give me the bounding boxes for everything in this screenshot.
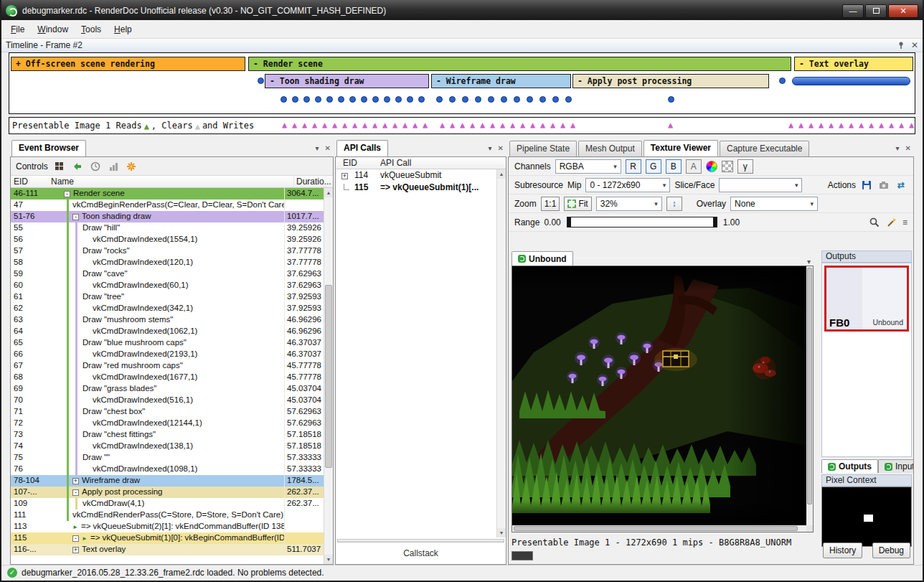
save-icon[interactable] — [860, 179, 873, 192]
draw-event-dot[interactable] — [668, 96, 674, 103]
event-row[interactable]: 61Draw "tree"37.92593 — [11, 291, 324, 303]
draw-event-dot[interactable] — [539, 96, 546, 103]
tab-mesh-output[interactable]: Mesh Output — [578, 141, 642, 156]
dock-dropdown-icon[interactable]: ▾ — [896, 144, 900, 152]
range-handle-black[interactable] — [567, 217, 571, 227]
gamma-button[interactable]: γ — [737, 159, 753, 174]
column-duration[interactable]: Duratio... — [293, 176, 333, 187]
channels-dropdown[interactable]: RGBA▾ — [555, 159, 621, 174]
collapse-icon[interactable]: - — [72, 214, 79, 220]
menu-tools[interactable]: Tools — [75, 22, 108, 37]
timeline-bar[interactable]: - Apply post processing — [572, 74, 769, 88]
range-min-value[interactable]: 0.00 — [544, 217, 560, 227]
api-call-row[interactable]: 115=> vkQueueSubmit(1)[... — [336, 182, 496, 194]
timeline-bar[interactable]: + Off-screen scene rendering — [11, 57, 245, 71]
scroll-down-icon[interactable]: ▼ — [324, 555, 333, 564]
clock-icon[interactable] — [89, 160, 102, 173]
event-row[interactable]: 71Draw "chest box"57.62963 — [11, 406, 324, 418]
jump-arrow-icon[interactable] — [71, 160, 84, 173]
overlay-dropdown[interactable]: None▾ — [730, 197, 818, 211]
mip-dropdown[interactable]: 0 - 1272x690▾ — [585, 178, 670, 192]
column-eid[interactable]: EID — [336, 157, 380, 169]
grid-icon[interactable] — [53, 160, 66, 173]
magnifier-icon[interactable] — [868, 216, 881, 229]
zoom-1to1-button[interactable]: 1:1 — [541, 197, 560, 211]
camera-icon[interactable] — [877, 179, 890, 192]
event-row[interactable]: 51-76-Toon shading draw1017.7... — [11, 211, 324, 222]
close-button[interactable]: ✕ — [888, 4, 918, 18]
fit-vertical-button[interactable]: ↕ — [666, 197, 682, 211]
event-row[interactable]: 68vkCmdDrawIndexed(1677,1)45.77778 — [11, 372, 324, 383]
texture-list-dropdown-icon[interactable]: ▾ — [807, 258, 814, 266]
sparkle-icon[interactable] — [125, 160, 138, 173]
wand-icon[interactable] — [885, 216, 898, 229]
tab-event-browser[interactable]: Event Browser — [11, 140, 86, 156]
event-row[interactable]: 47vkCmdBeginRenderPass(C=Clear, D=Clear,… — [11, 200, 324, 211]
draw-event-dot[interactable] — [779, 78, 786, 84]
event-row[interactable]: 66vkCmdDrawIndexed(2193,1)46.37037 — [11, 349, 324, 360]
texture-preview[interactable] — [512, 266, 808, 527]
timeline-bar[interactable]: - Wireframe draw — [431, 74, 571, 88]
draw-event-dot[interactable] — [395, 96, 402, 103]
event-row[interactable]: 69Draw "grass blades"45.03704 — [11, 383, 324, 395]
draw-event-dot[interactable] — [462, 96, 468, 103]
draw-event-dot[interactable] — [488, 96, 494, 103]
history-button[interactable]: History — [823, 543, 862, 558]
dock-close-icon[interactable]: ✕ — [325, 144, 331, 152]
draw-event-dot[interactable] — [514, 96, 520, 103]
timeline-bar[interactable]: - Toon shading draw — [265, 74, 429, 88]
event-browser-scrollbar[interactable]: ▲ ▼ — [324, 188, 333, 564]
zoom-dropdown[interactable]: 32%▾ — [596, 197, 662, 211]
event-row[interactable]: 62vkCmdDrawIndexed(342,1)37.92593 — [11, 303, 324, 314]
expand-icon[interactable]: + — [72, 547, 79, 553]
texture-horizontal-scrollbar[interactable] — [512, 525, 806, 532]
draw-event-dot[interactable] — [501, 96, 507, 103]
pixel-context-view[interactable] — [821, 487, 912, 547]
column-api-call[interactable]: API Call — [380, 157, 411, 169]
tab-texture-viewer[interactable]: Texture Viewer — [644, 140, 718, 156]
color-wheel-icon[interactable] — [706, 161, 717, 172]
draw-event-dot[interactable] — [372, 96, 379, 103]
expand-icon[interactable]: + — [341, 173, 348, 179]
channel-b-button[interactable]: B — [666, 159, 682, 174]
event-row[interactable]: 57Draw "rocks"37.77778 — [11, 245, 324, 257]
column-eid[interactable]: EID — [11, 176, 42, 187]
minimize-button[interactable]: — — [842, 4, 864, 18]
draw-event-dot[interactable] — [349, 96, 356, 103]
range-slider[interactable] — [567, 217, 717, 227]
draw-event-dot[interactable] — [303, 96, 310, 103]
pin-icon[interactable] — [897, 41, 905, 50]
collapse-icon[interactable]: - — [72, 535, 79, 542]
event-row[interactable]: 72vkCmdDrawIndexed(12144,1)57.62963 — [11, 418, 324, 429]
draw-event-dot[interactable] — [565, 96, 572, 103]
checkerboard-icon[interactable] — [722, 161, 733, 172]
scroll-up-icon[interactable]: ▲ — [324, 188, 333, 197]
maximize-button[interactable] — [865, 4, 887, 18]
timeline-activity-pill[interactable] — [792, 77, 910, 85]
collapse-icon[interactable]: - — [64, 191, 70, 197]
event-row[interactable]: 59Draw "cave"37.62963 — [11, 268, 324, 280]
event-row[interactable]: 65Draw "blue mushroom caps"46.37037 — [11, 337, 324, 349]
menu-help[interactable]: Help — [108, 22, 138, 37]
texture-canvas[interactable] — [512, 266, 814, 532]
scroll-thumb[interactable] — [325, 285, 332, 468]
scroll-down-icon[interactable]: ▼ — [497, 528, 506, 538]
event-row[interactable]: 73Draw "chest fittings"57.18518 — [11, 429, 324, 441]
event-row[interactable]: 75Draw ""57.33333 — [11, 452, 324, 464]
api-calls-scrollbar[interactable]: ▲ ▼ — [496, 169, 506, 538]
event-row[interactable]: 111vkCmdEndRenderPass(C=Store, D=Store, … — [11, 510, 324, 521]
draw-event-dot[interactable] — [280, 96, 287, 103]
event-row[interactable]: 58vkCmdDrawIndexed(120,1)37.77778 — [11, 257, 324, 268]
dock-close-icon[interactable]: ✕ — [905, 144, 911, 152]
menu-window[interactable]: Window — [31, 22, 75, 37]
tab-inputs[interactable]: Inputs — [878, 459, 914, 473]
event-row[interactable]: 56vkCmdDrawIndexed(1554,1)39.25926 — [11, 234, 324, 245]
draw-event-dot[interactable] — [338, 96, 344, 103]
draw-event-dot[interactable] — [475, 96, 481, 103]
texture-vertical-scrollbar[interactable] — [806, 266, 813, 525]
title-bar[interactable]: debugmarker.rdc - RenderDoc Unofficial r… — [0, 0, 924, 22]
refresh-icon[interactable]: ⇄ — [895, 179, 908, 192]
scroll-thumb[interactable] — [514, 526, 798, 531]
draw-event-dot[interactable] — [361, 96, 367, 103]
draw-event-dot[interactable] — [292, 96, 298, 103]
